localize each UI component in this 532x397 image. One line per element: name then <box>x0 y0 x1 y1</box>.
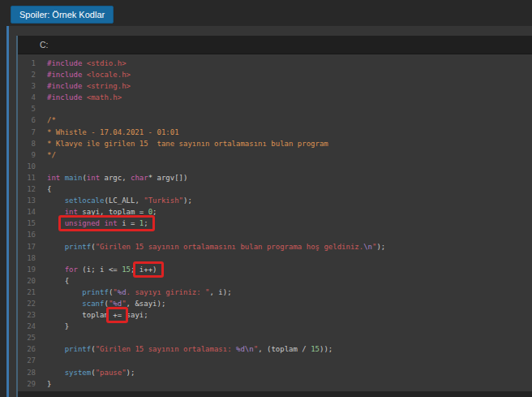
code-token <box>47 288 82 296</box>
code-token: printf <box>65 243 92 251</box>
code-token: { <box>47 185 51 193</box>
code-token <box>47 243 65 251</box>
code-token: ; <box>144 219 148 227</box>
line-number: 28 <box>23 367 36 378</box>
line-number: 16 <box>23 229 36 240</box>
line-number: 21 <box>23 287 36 298</box>
code-token: */ <box>47 151 56 159</box>
horizontal-scrollbar[interactable] <box>18 391 532 397</box>
code-token: 15 <box>122 265 131 274</box>
code-line: 1#include <stdio.h> <box>23 58 532 69</box>
code-token: #include <box>47 59 87 67</box>
code-token: * Klavye ile girilen 15 tane sayının ort… <box>47 140 328 148</box>
line-number: 14 <box>23 206 36 218</box>
code-line: 8* Klavye ile girilen 15 tane sayının or… <box>23 138 532 149</box>
code-line: 2#include <locale.h> <box>23 69 532 80</box>
code-token: += <box>113 311 122 319</box>
code-line: 6/* <box>23 114 532 126</box>
red-highlight-box: += <box>106 307 128 323</box>
line-number: 3 <box>23 80 36 92</box>
code-token: , i); <box>210 288 232 296</box>
line-number: 7 <box>23 127 36 138</box>
code-token: \n <box>245 345 254 353</box>
red-highlight-box: unsigned int i = 1; <box>58 215 155 231</box>
code-body[interactable]: 1#include <stdio.h>2#include <locale.h>3… <box>18 54 532 391</box>
code-token: main <box>65 174 83 182</box>
code-token: <locale.h> <box>87 71 131 79</box>
line-number: 11 <box>23 172 36 183</box>
code-token: <string.h> <box>87 82 131 90</box>
code-token <box>47 300 82 308</box>
code-token: #include <box>47 82 87 90</box>
code-token: ); <box>183 196 192 205</box>
code-token: for <box>65 265 78 274</box>
code-line: 24 } <box>23 321 532 332</box>
line-number: 25 <box>23 332 36 343</box>
code-line: 7* Whistle - 17.04.2021 - 01:01 <box>23 127 532 138</box>
code-line: 11int main(int argc, char* argv[]) <box>23 172 532 183</box>
line-number: 1 <box>23 58 36 69</box>
code-line: 3#include <string.h> <box>23 80 532 92</box>
code-token: { <box>47 277 69 285</box>
code-token: /* <box>47 116 56 124</box>
code-token: toplam <box>47 311 113 319</box>
line-number: 19 <box>23 264 36 275</box>
code-token: \n <box>363 243 372 251</box>
code-token: char <box>131 174 148 182</box>
spoiler-toggle-button[interactable]: Spoiler: Örnek Kodlar <box>11 6 114 24</box>
code-token: "pause" <box>96 369 127 377</box>
line-number: 22 <box>23 298 36 309</box>
line-number: 12 <box>23 183 36 195</box>
code-token: #include <box>47 93 87 101</box>
line-number: 4 <box>23 92 36 103</box>
code-language-label: C: <box>40 40 49 50</box>
code-token: (LC_ALL, <box>104 196 144 205</box>
line-number: 5 <box>23 103 36 114</box>
code-line: 17 printf("Girilen 15 sayının ortalaması… <box>23 241 532 252</box>
code-token: . sayıyı giriniz: " <box>127 288 210 296</box>
code-token: %d <box>236 345 245 353</box>
line-number: 10 <box>23 161 36 172</box>
line-number: 20 <box>23 275 36 287</box>
code-line: 21 printf("%d. sayıyı giriniz: ", i); <box>23 287 532 298</box>
code-token: (i; i <= <box>78 265 122 274</box>
line-number: 24 <box>23 321 36 332</box>
code-token: printf <box>65 345 92 353</box>
code-token: argc, <box>100 174 131 182</box>
code-line: 27 <box>23 355 532 366</box>
code-line: 9*/ <box>23 149 532 161</box>
code-token: } <box>47 322 69 330</box>
code-token: "Girilen 15 sayının ortalamasını bulan p… <box>96 243 364 251</box>
code-line: 29} <box>23 378 532 390</box>
code-line: 19 for (i; i <= 15; i++) <box>23 264 532 275</box>
code-token: i++) <box>139 265 157 274</box>
code-line: 22 scanf("%d", &sayi); <box>23 298 532 309</box>
code-token: ); <box>376 243 385 251</box>
code-line: 26 printf("Girilen 15 sayının ortalaması… <box>23 343 532 355</box>
code-token: unsigned int <box>65 219 118 227</box>
line-number: 29 <box>23 378 36 390</box>
code-token: * argv[]) <box>148 174 188 182</box>
code-line: 4#include <math.h> <box>23 92 532 103</box>
code-token: "Turkish" <box>144 196 183 205</box>
line-number: 15 <box>23 218 36 229</box>
code-token <box>47 196 65 205</box>
code-token: int <box>47 174 60 182</box>
code-token: ); <box>127 369 135 377</box>
line-number: 26 <box>23 343 36 355</box>
code-token: "Girilen 15 sayının ortalaması: <box>96 345 236 353</box>
code-line: 25 <box>23 332 532 343</box>
code-token <box>47 345 65 353</box>
code-token: i = <box>118 219 139 227</box>
code-token: <math.h> <box>87 93 122 101</box>
code-token: scanf <box>82 300 104 308</box>
line-number: 17 <box>23 241 36 252</box>
code-token: %d <box>118 288 127 296</box>
code-block: C: 1#include <stdio.h>2#include <locale.… <box>16 36 532 397</box>
code-token: printf <box>82 288 109 296</box>
line-number: 27 <box>23 355 36 366</box>
code-token <box>47 369 65 377</box>
code-token: )); <box>320 345 332 353</box>
line-number: 2 <box>23 69 36 80</box>
code-line: 10 <box>23 161 532 172</box>
